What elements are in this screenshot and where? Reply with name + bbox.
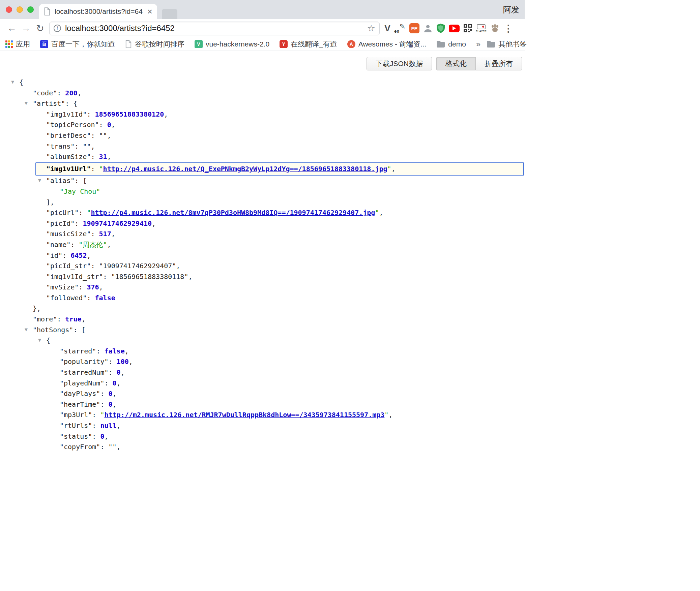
address-bar[interactable]: i localhost:3000/artists?id=6452 ☆ [49, 22, 380, 35]
json-token-punc: : [75, 142, 83, 150]
bookmark-demo-folder[interactable]: demo [436, 40, 466, 48]
json-token-dstr: "" [83, 142, 91, 150]
json-url-link[interactable]: http://p4.music.126.net/Q_ExePNkmgB2yWyL… [103, 165, 387, 173]
new-tab-button[interactable] [162, 9, 177, 19]
player-record-dot [482, 26, 484, 28]
json-line: "id": 6452, [0, 250, 525, 261]
bookmark-label: 在线翻译_有道 [291, 39, 337, 49]
site-info-icon[interactable]: i [54, 25, 61, 32]
json-token-str: " [375, 209, 379, 217]
json-token-punc: , [188, 273, 192, 281]
fullscreen-window-button[interactable] [27, 6, 34, 13]
collapse-triangle-icon[interactable]: ▼ [38, 178, 41, 183]
collapse-triangle-icon[interactable]: ▼ [11, 80, 14, 85]
browser-window: localhost:3000/artists?id=645 × 阿发 ← → ↻… [0, 0, 525, 591]
json-token-keyh: "img1v1Url" [46, 165, 91, 173]
json-line: "dayPlays": 0, [0, 388, 525, 399]
bookmark-star-icon[interactable]: ☆ [367, 24, 375, 33]
browser-menu-icon[interactable]: ⋮ [504, 23, 513, 34]
bookmark-label: Awesomes - 前端资... [358, 39, 427, 49]
qrcode-icon[interactable] [463, 24, 472, 33]
url-text[interactable]: localhost:3000/artists?id=6452 [65, 24, 363, 33]
json-token-key: "starred" [60, 347, 96, 355]
json-token-num: 6452 [70, 251, 87, 259]
paw-icon[interactable] [490, 24, 500, 33]
translate-icon[interactable]: en ✎ [394, 23, 406, 34]
youtube-icon[interactable] [449, 25, 460, 32]
download-json-button[interactable]: 下载JSON数据 [367, 57, 432, 70]
json-token-str: " [87, 209, 91, 217]
json-token-key: "name" [46, 241, 70, 249]
json-token-punc: : [103, 273, 111, 281]
bookmark-google-sort[interactable]: 谷歌按时间排序 [125, 39, 184, 49]
json-line: "picId": 19097417462929410, [0, 218, 525, 229]
collapse-triangle-icon[interactable]: ▼ [38, 338, 41, 343]
other-bookmarks-label: 其他书签 [498, 39, 527, 49]
json-url-link[interactable]: http://p4.music.126.net/8mv7qP30Pd3oHW8b… [91, 209, 375, 217]
bookmark-apps[interactable]: 应用 [5, 39, 30, 49]
bookmark-awesomes[interactable]: A Awesomes - 前端资... [347, 39, 427, 49]
json-token-punc: , [379, 209, 383, 217]
bookmark-baidu[interactable]: 百 百度一下，你就知道 [40, 39, 115, 49]
json-token-punc: : [99, 121, 107, 129]
json-token-str: " [384, 411, 388, 419]
collapse-all-button[interactable]: 折叠所有 [475, 57, 522, 70]
json-token-key: "followed" [46, 294, 87, 302]
json-token-punc: , [117, 422, 121, 430]
json-line: "Jay Chou" [0, 186, 525, 197]
back-button[interactable]: ← [5, 23, 19, 34]
json-token-key: "hotSongs" [33, 326, 73, 334]
profile-extension-icon[interactable] [423, 24, 433, 33]
browser-tab[interactable]: localhost:3000/artists?id=645 × [39, 4, 157, 19]
format-button[interactable]: 格式化 [436, 57, 475, 70]
json-token-punc: : [91, 165, 99, 173]
json-token-punc: : [79, 283, 87, 291]
forward-button[interactable]: → [19, 23, 33, 34]
minimize-window-button[interactable] [17, 6, 23, 13]
bookmarks-overflow-icon[interactable]: » [476, 39, 480, 49]
reload-button[interactable]: ↻ [33, 23, 47, 34]
window-controls [6, 6, 34, 13]
json-token-key: "picId_str" [46, 262, 91, 270]
json-token-punc: : [91, 131, 99, 139]
json-token-key: "mvSize" [46, 283, 79, 291]
bookmark-label: 应用 [16, 39, 30, 49]
translate-en-label: en [394, 29, 399, 34]
page-icon [125, 40, 132, 48]
close-window-button[interactable] [6, 6, 12, 13]
other-bookmarks[interactable]: 其他书签 [487, 39, 527, 49]
json-line: "rtUrls": null, [0, 421, 525, 431]
json-line-highlighted: "img1v1Url": "http://p4.music.126.net/Q_… [35, 162, 524, 176]
json-token-key: "albumSize" [46, 153, 91, 161]
bookmark-label: 谷歌按时间排序 [135, 39, 184, 49]
json-token-punc: , [121, 368, 125, 376]
player-icon[interactable]: PLAYER [476, 24, 487, 33]
json-token-key: "briefDesc" [46, 131, 91, 139]
json-token-punc: , [111, 121, 115, 129]
json-line: "code": 200, [0, 88, 525, 99]
youdao-icon: Y [280, 40, 288, 48]
shield-icon[interactable] [436, 23, 445, 33]
json-token-punc: : [ [75, 177, 87, 185]
bookmark-vue-hackernews[interactable]: V vue-hackernews-2.0 [195, 40, 269, 48]
json-line: ▼"artist": { [0, 98, 525, 109]
tab-close-icon[interactable]: × [147, 7, 152, 16]
json-token-punc: , [107, 131, 111, 139]
json-token-punc: : [ [73, 326, 85, 334]
collapse-triangle-icon[interactable]: ▼ [25, 327, 28, 332]
json-token-key: "copyFrom" [60, 443, 100, 451]
fehelper-icon[interactable]: FE [409, 23, 419, 33]
json-token-punc: , [113, 400, 117, 408]
json-token-num: 0 [117, 368, 121, 376]
bookmark-youdao[interactable]: Y 在线翻译_有道 [280, 39, 337, 49]
vimium-icon[interactable]: V [384, 23, 390, 34]
json-token-punc: : [87, 110, 95, 118]
collapse-triangle-icon[interactable]: ▼ [25, 101, 28, 106]
json-token-punc: , [87, 251, 91, 259]
baidu-icon: 百 [40, 40, 48, 48]
json-token-null: null [100, 422, 116, 430]
json-token-punc: : [91, 153, 99, 161]
json-url-link[interactable]: http://m2.music.126.net/RMJR7wDullRqppBk… [104, 411, 384, 419]
json-token-key: "hearTime" [60, 400, 100, 408]
json-token-punc: , [104, 432, 108, 440]
